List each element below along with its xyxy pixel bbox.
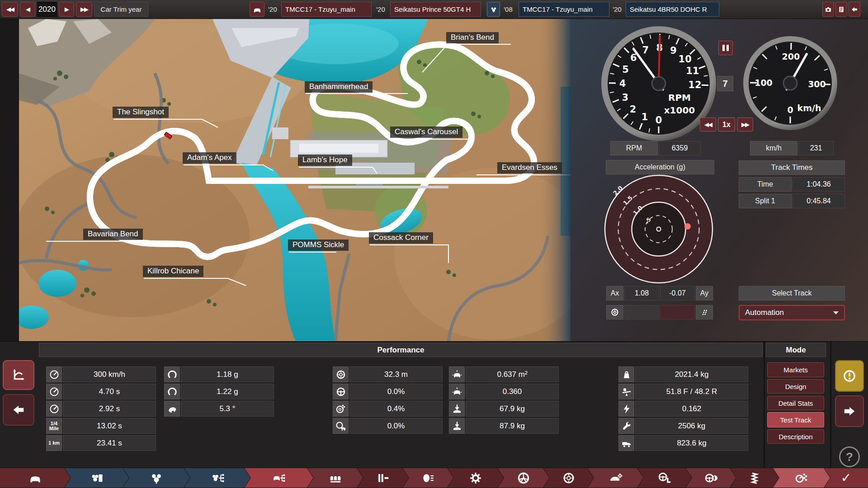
toolbar-tab-test-track[interactable]: [773, 468, 830, 488]
playback-speed-button[interactable]: 1x: [718, 117, 735, 131]
svg-text:12: 12: [688, 80, 701, 90]
stat-downforce-front: 67.9 kg: [466, 401, 559, 417]
toolbar-tab-suspension[interactable]: [730, 468, 779, 488]
year-next-button[interactable]: ▶: [59, 2, 74, 17]
svg-text:5: 5: [622, 64, 629, 75]
double-left-icon: ◀◀: [6, 6, 14, 13]
toolbar-tab-engine-variant[interactable]: [123, 468, 190, 488]
headlight-icon: [421, 471, 435, 485]
accel-header: Acceleration (g): [606, 160, 714, 174]
toolbar-tab-driving-aids[interactable]: [637, 468, 692, 488]
toolbar-tab-brake-setup[interactable]: [686, 468, 736, 488]
corner-label: Killrob Chicane: [143, 266, 203, 277]
svg-text:0: 0: [656, 115, 662, 126]
arrow-right-icon: [843, 404, 856, 418]
brake-input-icon-box: [606, 305, 623, 319]
svg-text:7: 7: [642, 45, 649, 56]
car-icon: [253, 5, 262, 14]
performance-header: Performance: [39, 343, 763, 357]
engine-tab-icon-button[interactable]: [487, 2, 500, 17]
double-right-icon: ▶▶: [80, 6, 88, 13]
help-button[interactable]: ?: [839, 446, 860, 467]
graphs-button[interactable]: [3, 360, 34, 390]
chevron-down-icon: [833, 311, 839, 314]
toolbar-tab-interior[interactable]: [307, 468, 363, 488]
pause-button[interactable]: [718, 41, 733, 55]
braking-distance-icon: [333, 366, 349, 382]
year-first-button[interactable]: ◀◀: [2, 2, 18, 17]
stat-braking-distance: 32.3 m: [349, 366, 443, 382]
warning-icon: [843, 369, 856, 383]
toolbar-tab-engine-tuning[interactable]: [184, 468, 250, 488]
pause-icon: [722, 45, 725, 51]
kmh-readout-label: km/h: [750, 141, 797, 155]
warnings-button[interactable]: [835, 360, 864, 392]
toolbar-tab-aero[interactable]: [588, 468, 643, 488]
track-map: Brian's Bend Banhammerhead The Slingshot…: [19, 19, 571, 341]
mode-description-button[interactable]: Description: [767, 429, 824, 444]
cornering-20m-icon: [164, 366, 180, 382]
engine-icon: [490, 6, 497, 13]
tab-car-trim-2[interactable]: Seikatsu Prince 50GT4 H: [390, 2, 481, 17]
weight-icon: [618, 366, 634, 382]
kmh-readout-value: 231: [798, 141, 834, 155]
corner-label: Lamb's Hope: [298, 155, 352, 166]
brake-disc-icon: [562, 471, 576, 485]
svg-text:11: 11: [686, 66, 699, 76]
brake-disc-icon: [610, 308, 619, 317]
mode-markets-button[interactable]: Markets: [767, 362, 824, 377]
gauge-flag-icon: [795, 471, 808, 485]
track-map-art: [19, 19, 571, 341]
g-dot: [684, 223, 691, 230]
tab-year-tag: '20: [374, 2, 387, 17]
tab-car-trim-1[interactable]: TMCC17 - Tzuyu_main: [281, 2, 372, 17]
spec-sheet-button[interactable]: [835, 2, 847, 17]
toolbar-tab-lights[interactable]: [403, 468, 453, 488]
playback-faster-button[interactable]: ▶▶: [737, 117, 753, 131]
engine-tree-icon: [211, 471, 224, 485]
brake-input-bar: [624, 305, 659, 319]
cornering-200m-icon: [164, 384, 180, 399]
stat-power-to-weight: 0.162: [635, 401, 748, 417]
track-dropdown-value: Automation: [745, 308, 784, 317]
tyre-marks-icon: [700, 308, 709, 317]
top-bar: ◀◀ ◀ 2020 ▶ ▶▶ Car Trim year '20 TMCC17 …: [0, 0, 868, 19]
stat-towing-capacity: 823.6 kg: [635, 435, 748, 451]
year-last-button[interactable]: ▶▶: [76, 2, 92, 17]
seats-icon: [329, 471, 342, 485]
toolbar-tab-wheels[interactable]: [498, 468, 549, 488]
svg-text:4: 4: [619, 78, 626, 89]
body-roll-icon: [164, 401, 180, 417]
check-icon: ✓: [841, 470, 851, 485]
tab-engine-2[interactable]: Seikatsu 4BR50 DOHC R: [626, 2, 719, 17]
curve-graph-icon: [12, 368, 25, 382]
downforce-rear-icon: [449, 418, 465, 434]
year-prev-button[interactable]: ◀: [20, 2, 35, 17]
screenshot-button[interactable]: [822, 2, 834, 17]
toolbar-tab-car-trim[interactable]: [245, 468, 313, 488]
playback-slower-button[interactable]: ◀◀: [700, 117, 716, 131]
toolbar-tab-brakes[interactable]: [543, 468, 594, 488]
telemetry-panel: 0123456789101112 RPM x1000 0100200300 km…: [571, 19, 868, 341]
max-load-icon: [618, 418, 634, 434]
time-label: Time: [739, 177, 792, 192]
toolbar-tab-finish[interactable]: ✓: [824, 468, 868, 488]
toolbar-tab-engine-family[interactable]: [65, 468, 129, 488]
mode-detail-stats-button[interactable]: Detail Stats: [767, 396, 824, 410]
toolbar-tab-drivetrain[interactable]: [448, 468, 504, 488]
svg-text:100: 100: [755, 78, 773, 88]
mode-test-track-button[interactable]: Test Track: [767, 412, 824, 427]
car-tab-icon-button[interactable]: [250, 2, 264, 17]
tab-engine-1[interactable]: TMCC17 - Tzuyu_main: [519, 2, 609, 17]
back-button[interactable]: [849, 2, 860, 17]
mode-design-button[interactable]: Design: [767, 379, 824, 394]
track-dropdown[interactable]: Automation: [739, 305, 845, 320]
left-icon: ◀: [26, 6, 29, 13]
previous-page-button[interactable]: [3, 394, 34, 426]
next-page-button[interactable]: [835, 395, 864, 427]
toolbar-tab-gearbox[interactable]: [357, 468, 409, 488]
tab-year-tag: '08: [502, 2, 514, 17]
select-track-button[interactable]: Select Track: [739, 286, 845, 300]
toolbar-tab-car-body[interactable]: [0, 468, 71, 488]
quarter-mile-icon: 1/4 Mile: [46, 418, 62, 434]
